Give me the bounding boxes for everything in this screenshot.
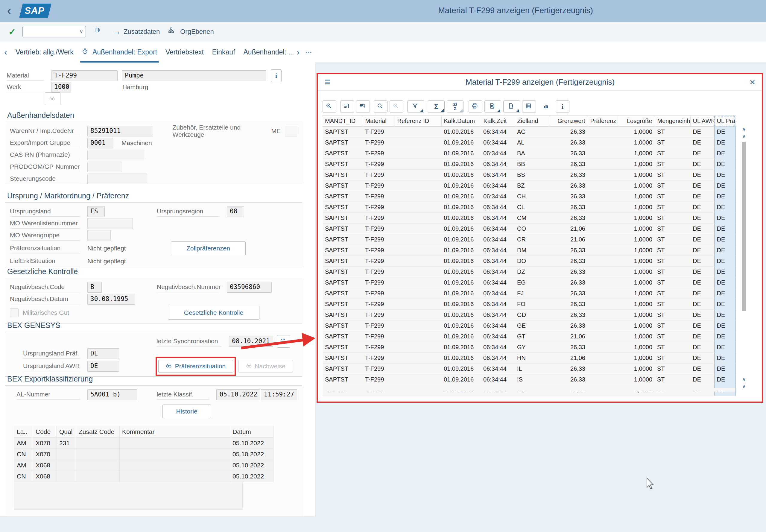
ursprungsland-praef-field[interactable]: DE	[87, 348, 119, 359]
print-button[interactable]	[469, 100, 482, 113]
sort-descending-button[interactable]	[356, 100, 370, 113]
tab-vertrieb-allg-werk[interactable]: Vertrieb: allg./Werk	[11, 42, 78, 63]
negativbesch-nummer-field[interactable]: 03596860	[227, 282, 272, 293]
mo-warengruppe-field[interactable]	[87, 230, 111, 241]
views-button[interactable]	[484, 100, 501, 113]
table-row[interactable]: AM X068 05.10.2022	[14, 460, 273, 471]
me-field[interactable]	[285, 126, 297, 136]
col-header-material[interactable]: Material	[363, 115, 395, 127]
col-header-zielland[interactable]: Zielland	[515, 115, 549, 127]
col-header-losgroesse[interactable]: Losgröße	[618, 115, 655, 127]
refresh-button[interactable]	[277, 335, 290, 348]
table-row[interactable]: SAPTST T-F299 01.09.2016 06:34:44 AL 26,…	[323, 137, 735, 148]
col-header-praeferenz[interactable]: Präferenz	[588, 115, 618, 127]
praeferenzsituation-button[interactable]: Präferenzsituation	[158, 360, 233, 373]
table-row[interactable]: SAPTST T-F299 01.09.2016 06:34:44 DO 26,…	[323, 256, 735, 267]
militaerisches-gut-checkbox[interactable]	[10, 308, 19, 317]
scroll-up-icon[interactable]: ∧	[740, 126, 747, 132]
back-icon[interactable]: ‹	[7, 5, 11, 17]
negativbesch-code-field[interactable]: B	[87, 282, 102, 293]
col-header-kommentar[interactable]: Kommentar	[120, 426, 230, 438]
col-header-ul-praef[interactable]: UL Präf.	[714, 115, 735, 127]
klassif-time-field[interactable]: 11:59:27	[261, 389, 297, 400]
prodcom-field[interactable]	[87, 162, 122, 172]
export-gruppe-field[interactable]: 0001	[87, 138, 113, 148]
historie-button[interactable]: Historie	[162, 405, 211, 418]
find-button[interactable]	[374, 100, 387, 113]
ursprungsland-awr-field[interactable]: DE	[87, 361, 119, 372]
table-row[interactable]: SAPTST T-F299 01.09.2016 06:34:44 GD 26,…	[323, 310, 735, 320]
scrollbar-thumb[interactable]	[742, 142, 746, 311]
table-row[interactable]: SAPTST T-F299 01.09.2016 06:34:44 CL 26,…	[323, 202, 735, 213]
info-button[interactable]: i	[556, 100, 569, 113]
col-header-mengeneinheit[interactable]: Mengeneinheit	[655, 115, 690, 127]
tabs-scroll-right-icon[interactable]: ›	[297, 47, 300, 57]
zusatzdaten-button[interactable]: → Zusatzdaten	[112, 27, 160, 37]
chevron-down-icon[interactable]: ∨	[79, 28, 83, 35]
table-row[interactable]: SAPTST T-F299 01.09.2016 06:34:44 BZ 26,…	[323, 180, 735, 191]
col-header-grenzwert[interactable]: Grenzwert	[549, 115, 588, 127]
choose-layout-button[interactable]	[522, 100, 536, 113]
vertical-scrollbar[interactable]: ∧ ∨ ∧ ∨	[740, 126, 747, 391]
ursprungsland-field[interactable]: ES	[87, 206, 105, 217]
table-row[interactable]: SAPTST T-F299 01.09.2016 06:34:44 BA 26,…	[323, 148, 735, 159]
tab-aussenhandel-export[interactable]: Außenhandel: Export	[78, 42, 161, 63]
table-row[interactable]: SAPTST T-F299 01.09.2016 06:34:44 HN 21,…	[323, 353, 735, 364]
table-row[interactable]: SAPTST T-F299 01.09.2016 06:34:44 IL 26,…	[323, 364, 735, 374]
table-row[interactable]: SAPTST T-F299 01.09.2016 06:34:44 CO 21,…	[323, 224, 735, 234]
confirm-check-icon[interactable]: ✓	[8, 27, 16, 37]
table-row[interactable]: SAPTST T-F299 01.09.2016 06:34:44 GT 21,…	[323, 331, 735, 342]
material-field[interactable]: T-F299	[51, 70, 118, 81]
table-row[interactable]: SAPTST T-F299 01.09.2016 06:34:44 FJ 26,…	[323, 288, 735, 299]
scroll-up-icon[interactable]: ∧	[740, 376, 747, 382]
close-icon[interactable]: ×	[750, 77, 755, 87]
sum-button[interactable]: Σ	[428, 100, 445, 113]
details-button[interactable]	[323, 100, 336, 113]
table-row[interactable]: SAPTST T-F299 01.09.2016 06:34:44 IS 26,…	[323, 374, 735, 385]
nachweise-button[interactable]: Nachweise	[238, 360, 293, 373]
sync-field[interactable]: 08.10.2021	[229, 336, 273, 347]
table-row[interactable]: CN X068 05.10.2022	[14, 471, 273, 482]
scroll-down-icon[interactable]: ∨	[740, 383, 747, 390]
table-row[interactable]: SAPTST T-F299 01.09.2016 06:34:44 AG 26,…	[323, 127, 735, 137]
export-button[interactable]	[503, 100, 520, 113]
table-row[interactable]: SAPTST T-F299 01.09.2016 06:34:44 BS 26,…	[323, 170, 735, 180]
table-row[interactable]: SAPTST T-F299 01.09.2016 06:34:44 CM 26,…	[323, 213, 735, 224]
casrn-field[interactable]	[87, 150, 144, 160]
table-row[interactable]: SAPTST T-F299 01.09.2016 06:34:44 GE 26,…	[323, 320, 735, 331]
table-row[interactable]: SAPTST T-F299 01.09.2016 06:34:44 DZ 26,…	[323, 267, 735, 277]
subtotals-button[interactable]: Σ/Σ	[447, 100, 463, 113]
display-binoculars-button[interactable]	[45, 92, 60, 105]
scroll-down-icon[interactable]: ∨	[740, 133, 747, 139]
gesetzliche-kontrolle-button[interactable]: Gesetzliche Kontrolle	[168, 306, 259, 320]
negativbesch-datum-field[interactable]: 30.08.1995	[87, 294, 135, 305]
command-input[interactable]: ∨	[22, 26, 86, 37]
col-header-datum[interactable]: Datum	[230, 426, 273, 438]
table-row[interactable]: SAPTST T-F299 01.09.2016 06:34:44 CH 26,…	[323, 191, 735, 202]
col-header-ul-awr[interactable]: UL AWR	[690, 115, 714, 127]
table-row[interactable]: SAPTST T-F299 01.09.2016 06:34:44 BB 26,…	[323, 159, 735, 170]
table-row[interactable]: SAPTST T-F299 01.09.2016 06:34:44 FO 26,…	[323, 299, 735, 310]
sort-ascending-button[interactable]	[340, 100, 354, 113]
menu-icon[interactable]: ≡	[324, 77, 331, 87]
steuerungscode-field[interactable]	[87, 174, 147, 184]
col-header-land[interactable]: La..	[14, 426, 33, 438]
table-row[interactable]: CN X070 05.10.2022	[14, 449, 273, 460]
graphics-button[interactable]	[540, 100, 554, 113]
find-next-button[interactable]	[390, 100, 403, 113]
tabs-scroll-left-icon[interactable]: ‹	[4, 47, 7, 57]
material-description-field[interactable]: Pumpe	[122, 70, 266, 81]
col-header-code[interactable]: Code	[33, 426, 57, 438]
col-header-kalk-zeit[interactable]: Kalk.Zeit	[481, 115, 515, 127]
col-header-mandt-id[interactable]: MANDT_ID	[323, 115, 363, 127]
zollpraeferenzen-button[interactable]: Zollpräferenzen	[171, 241, 246, 255]
col-header-qual[interactable]: Qual	[57, 426, 76, 438]
tab-aussenhandel-more[interactable]: Außenhandel: ... ›	[239, 42, 304, 63]
ursprungsregion-field[interactable]: 08	[227, 206, 244, 217]
table-row[interactable]: SAPTST T-F299 01.09.2016 06:34:44 DM 26,…	[323, 245, 735, 256]
new-session-button[interactable]	[95, 27, 104, 36]
table-row[interactable]: SAPTST T-F299 01.09.2016 06:34:44 GY 26,…	[323, 342, 735, 353]
tab-vertriebstext[interactable]: Vertriebstext	[161, 42, 208, 63]
werk-field[interactable]: 1000	[51, 82, 71, 92]
table-row[interactable]: SAPTST T-F299 01.09.2016 06:34:44 CR 21,…	[323, 234, 735, 245]
